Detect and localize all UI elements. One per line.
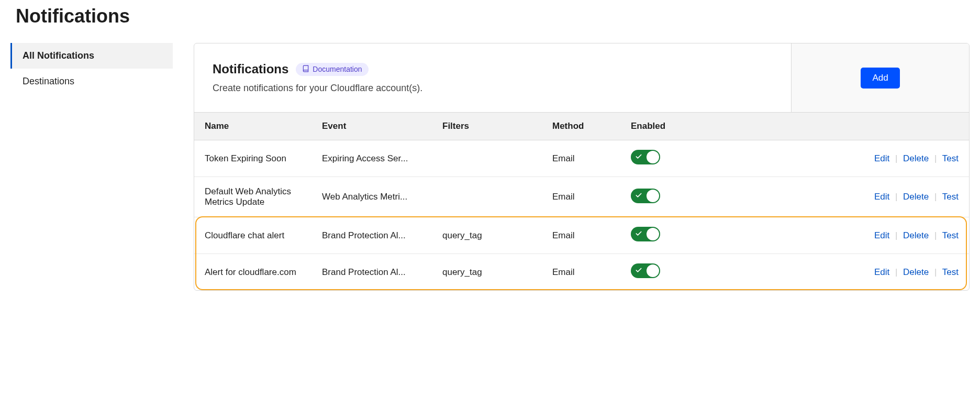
test-link[interactable]: Test <box>942 192 959 202</box>
cell-event: Web Analytics Metri... <box>315 177 435 217</box>
cell-method: Email <box>545 177 623 217</box>
delete-link[interactable]: Delete <box>903 230 929 240</box>
cell-actions: Edit | Delete | Test <box>676 177 969 217</box>
cell-enabled <box>623 140 676 177</box>
table-row: Cloudflare chat alert Brand Protection A… <box>194 217 969 254</box>
cell-actions: Edit | Delete | Test <box>676 254 969 291</box>
cell-name: Default Web Analytics Metrics Update <box>194 177 315 217</box>
cell-method: Email <box>545 140 623 177</box>
enabled-toggle[interactable] <box>631 263 660 278</box>
cell-name: Alert for cloudflare.com <box>194 254 315 291</box>
cell-enabled <box>623 217 676 254</box>
toggle-knob <box>647 264 659 277</box>
delete-link[interactable]: Delete <box>903 267 929 277</box>
cell-filters <box>435 140 545 177</box>
cell-name: Token Expiring Soon <box>194 140 315 177</box>
cell-enabled <box>623 177 676 217</box>
test-link[interactable]: Test <box>942 267 959 277</box>
cell-filters: query_tag <box>435 217 545 254</box>
table-row: Token Expiring Soon Expiring Access Ser.… <box>194 140 969 177</box>
enabled-toggle[interactable] <box>631 227 660 241</box>
toggle-knob <box>647 151 659 163</box>
notifications-panel: Notifications Documentation Create notif… <box>194 43 970 291</box>
table-container: Name Event Filters Method Enabled Token … <box>194 113 969 290</box>
cell-filters: query_tag <box>435 254 545 291</box>
action-separator: | <box>934 153 937 163</box>
notifications-table: Name Event Filters Method Enabled Token … <box>194 113 969 290</box>
test-link[interactable]: Test <box>942 153 959 163</box>
cell-enabled <box>623 254 676 291</box>
cell-name: Cloudflare chat alert <box>194 217 315 254</box>
sidebar-item-label: Destinations <box>23 76 74 86</box>
toggle-knob <box>647 228 659 240</box>
column-header-event: Event <box>315 113 435 140</box>
edit-link[interactable]: Edit <box>874 192 889 202</box>
column-header-method: Method <box>545 113 623 140</box>
action-separator: | <box>895 267 897 277</box>
action-separator: | <box>934 192 937 202</box>
panel-header: Notifications Documentation Create notif… <box>194 43 969 113</box>
column-header-enabled: Enabled <box>623 113 676 140</box>
page-title: Notifications <box>16 5 970 27</box>
sidebar: All Notifications Destinations <box>10 43 173 291</box>
action-separator: | <box>895 192 897 202</box>
delete-link[interactable]: Delete <box>903 153 929 163</box>
enabled-toggle[interactable] <box>631 150 660 164</box>
action-separator: | <box>895 230 897 240</box>
action-separator: | <box>934 230 937 240</box>
edit-link[interactable]: Edit <box>874 267 889 277</box>
column-header-name: Name <box>194 113 315 140</box>
cell-method: Email <box>545 217 623 254</box>
action-separator: | <box>934 267 937 277</box>
toggle-knob <box>647 190 659 202</box>
documentation-label: Documentation <box>313 65 362 73</box>
sidebar-item-destinations[interactable]: Destinations <box>10 69 173 94</box>
column-header-actions <box>676 113 969 140</box>
action-separator: | <box>895 153 897 163</box>
add-button[interactable]: Add <box>861 68 899 89</box>
panel-subtitle: Create notifications for your Cloudflare… <box>213 83 773 94</box>
cell-method: Email <box>545 254 623 291</box>
cell-filters <box>435 177 545 217</box>
check-icon <box>635 266 642 277</box>
panel-title: Notifications <box>213 62 288 76</box>
check-icon <box>635 229 642 240</box>
edit-link[interactable]: Edit <box>874 153 889 163</box>
sidebar-item-label: All Notifications <box>23 50 94 61</box>
table-row: Default Web Analytics Metrics Update Web… <box>194 177 969 217</box>
column-header-filters: Filters <box>435 113 545 140</box>
documentation-link[interactable]: Documentation <box>296 63 368 76</box>
enabled-toggle[interactable] <box>631 189 660 203</box>
cell-actions: Edit | Delete | Test <box>676 217 969 254</box>
test-link[interactable]: Test <box>942 230 959 240</box>
table-row: Alert for cloudflare.com Brand Protectio… <box>194 254 969 291</box>
book-icon <box>302 65 309 74</box>
cell-event: Expiring Access Ser... <box>315 140 435 177</box>
sidebar-item-all-notifications[interactable]: All Notifications <box>10 43 173 69</box>
check-icon <box>635 191 642 202</box>
cell-event: Brand Protection Al... <box>315 254 435 291</box>
delete-link[interactable]: Delete <box>903 192 929 202</box>
check-icon <box>635 152 642 163</box>
cell-event: Brand Protection Al... <box>315 217 435 254</box>
edit-link[interactable]: Edit <box>874 230 889 240</box>
cell-actions: Edit | Delete | Test <box>676 140 969 177</box>
